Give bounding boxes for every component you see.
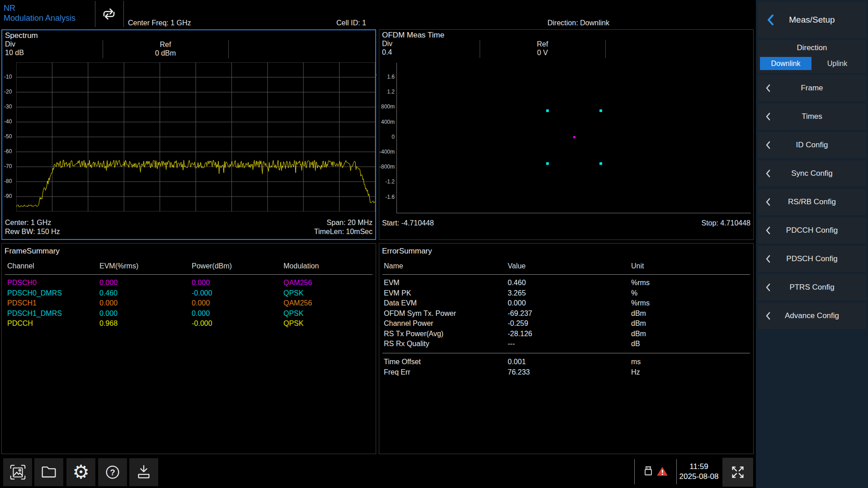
constellation-y-tick-label: -1.2 bbox=[379, 178, 395, 185]
sidebar-item-frame[interactable]: Frame bbox=[758, 75, 866, 101]
constellation-point bbox=[546, 162, 549, 165]
unit-cell: dBm bbox=[631, 310, 646, 318]
name-cell: Freq Err bbox=[384, 368, 410, 376]
column-header: EVM(%rms) bbox=[99, 262, 138, 270]
file-open-button[interactable] bbox=[34, 458, 63, 486]
constellation-y-tick-label: -800m bbox=[379, 164, 395, 170]
ref-label: Ref bbox=[103, 40, 228, 49]
error-summary-row: Freq Err76.233Hz bbox=[379, 368, 753, 378]
sidebar-item-id-config[interactable]: ID Config bbox=[758, 132, 866, 158]
sidebar-item-label: PTRS Config bbox=[789, 283, 834, 292]
evm-cell: 0.968 bbox=[99, 319, 118, 328]
divider bbox=[5, 274, 373, 275]
value-cell: 76.233 bbox=[508, 368, 530, 376]
ref-label: Ref bbox=[480, 40, 605, 48]
error-summary-row: EVM0.460%rms bbox=[379, 279, 753, 289]
sidebar-item-sync-config[interactable]: Sync Config bbox=[758, 160, 866, 187]
constellation-y-tick-label: 1.2 bbox=[379, 89, 395, 95]
back-chevron-icon bbox=[767, 14, 774, 28]
clock: 11:59 2025-08-08 bbox=[677, 462, 721, 482]
ref-value: 0 V bbox=[480, 48, 605, 57]
constellation-point bbox=[546, 109, 549, 112]
repeat-icon bbox=[100, 5, 118, 23]
error-summary-row: Data EVM0.000%rms bbox=[379, 299, 753, 309]
column-header: Unit bbox=[631, 262, 644, 270]
error-summary-title: ErrorSummary bbox=[382, 247, 432, 256]
divider bbox=[123, 1, 124, 27]
constellation-y-tick-label: 0 bbox=[379, 134, 395, 140]
meas-setup-menu-header[interactable]: Meas/Setup bbox=[758, 1, 866, 38]
channel-cell: PDSCH0_DMRS bbox=[7, 289, 62, 297]
fullscreen-button[interactable] bbox=[722, 458, 753, 487]
power-cell: -0.000 bbox=[192, 319, 212, 328]
constellation-y-tick-label: 1.6 bbox=[379, 74, 395, 80]
evm-cell: 0.000 bbox=[99, 310, 118, 318]
divider bbox=[634, 459, 635, 484]
sidebar-item-pdsch-config[interactable]: PDSCH Config bbox=[758, 246, 866, 272]
sidebar-item-times[interactable]: Times bbox=[758, 103, 866, 130]
constellation-x-axis bbox=[396, 213, 751, 213]
power-cell: -0.000 bbox=[192, 289, 212, 297]
spectrum-y-tick-label: -60 bbox=[4, 148, 12, 155]
rbw-annotation: Rew BW: 150 Hz bbox=[5, 227, 60, 236]
error-summary-row: RS Rx Quality---dB bbox=[379, 340, 753, 350]
warning-icon bbox=[656, 466, 668, 477]
app-title-line1: NR bbox=[4, 3, 75, 13]
save-button[interactable] bbox=[129, 458, 158, 486]
evm-cell: 0.000 bbox=[99, 279, 118, 287]
spectrum-y-tick-label: -90 bbox=[4, 193, 12, 199]
direction-section: Direction DownlinkUplink bbox=[758, 40, 866, 73]
value-cell: 0.460 bbox=[508, 279, 526, 287]
help-button[interactable]: ? bbox=[98, 458, 127, 486]
spectrum-plot bbox=[16, 62, 375, 211]
ref-readout: Ref 0 V bbox=[480, 40, 605, 57]
evm-cell: 0.000 bbox=[99, 299, 118, 307]
channel-cell: PDSCH1_DMRS bbox=[7, 310, 62, 318]
sidebar-item-label: Frame bbox=[801, 84, 823, 93]
sidebar-item-pdcch-config[interactable]: PDCCH Config bbox=[758, 217, 866, 244]
sidebar-item-label: Sync Config bbox=[791, 169, 833, 178]
start-annotation: Start: -4.710448 bbox=[382, 219, 434, 228]
error-summary-panel[interactable]: ErrorSummary Name Value Unit EVM0.460%rm… bbox=[379, 243, 754, 454]
sidebar-item-label: PDSCH Config bbox=[786, 254, 837, 263]
channel-cell: PDCCH bbox=[7, 319, 33, 328]
continuous-sweep-icon[interactable] bbox=[98, 4, 120, 24]
sidebar-item-ptrs-config[interactable]: PTRS Config bbox=[758, 274, 866, 300]
unit-cell: %rms bbox=[631, 299, 650, 307]
power-cell: 0.000 bbox=[192, 279, 210, 287]
value-cell: 3.265 bbox=[508, 289, 526, 297]
ofdm-meas-time-panel[interactable]: OFDM Meas Time Div 0.4 Ref 0 V 1.61.2800… bbox=[379, 29, 754, 240]
chevron-left-icon bbox=[765, 84, 771, 94]
center-annotation: Center: 1 GHz bbox=[5, 218, 60, 227]
sidebar-item-rs-rb-config[interactable]: RS/RB Config bbox=[758, 189, 866, 215]
chevron-left-icon bbox=[765, 312, 771, 322]
spectrum-panel[interactable]: Spectrum Div 10 dB Ref 0 dBm -10-20-30-4… bbox=[1, 29, 376, 240]
error-summary-row: EVM PK3.265% bbox=[379, 289, 753, 299]
evm-cell: 0.460 bbox=[99, 289, 118, 297]
help-icon: ? bbox=[103, 463, 122, 482]
center-freq-readout: Center Freq: 1 GHz bbox=[128, 19, 191, 27]
modulation-cell: QAM256 bbox=[283, 299, 312, 307]
spectrum-y-tick-label: -50 bbox=[4, 133, 12, 140]
screenshot-button[interactable] bbox=[3, 458, 32, 486]
screenshot-icon bbox=[8, 463, 27, 482]
unit-cell: dB bbox=[631, 340, 640, 348]
frame-summary-row: PDSCH00.0000.000QAM256 bbox=[2, 279, 376, 289]
gear-icon: ⚙ bbox=[72, 463, 90, 482]
channel-cell: PDSCH0 bbox=[7, 279, 37, 287]
frame-summary-row: PDSCH10.0000.000QAM256 bbox=[2, 299, 376, 309]
constellation-y-axis bbox=[396, 63, 397, 213]
spectrum-y-tick-label: -10 bbox=[4, 74, 12, 80]
sidebar-item-advance-config[interactable]: Advance Config bbox=[758, 303, 866, 329]
frame-summary-panel[interactable]: FrameSummary Channel EVM(%rms) Power(dBm… bbox=[1, 243, 376, 454]
settings-button[interactable]: ⚙ bbox=[66, 458, 95, 486]
divider bbox=[382, 353, 750, 353]
divider bbox=[228, 40, 229, 58]
direction-option-uplink[interactable]: Uplink bbox=[811, 57, 863, 70]
direction-option-downlink[interactable]: Downlink bbox=[760, 57, 811, 70]
column-header: Value bbox=[508, 262, 526, 270]
name-cell: Time Offset bbox=[384, 358, 421, 366]
unit-cell: ms bbox=[631, 358, 641, 366]
app-title: NR Modulation Analysis bbox=[4, 3, 75, 23]
modulation-cell: QPSK bbox=[283, 319, 303, 328]
